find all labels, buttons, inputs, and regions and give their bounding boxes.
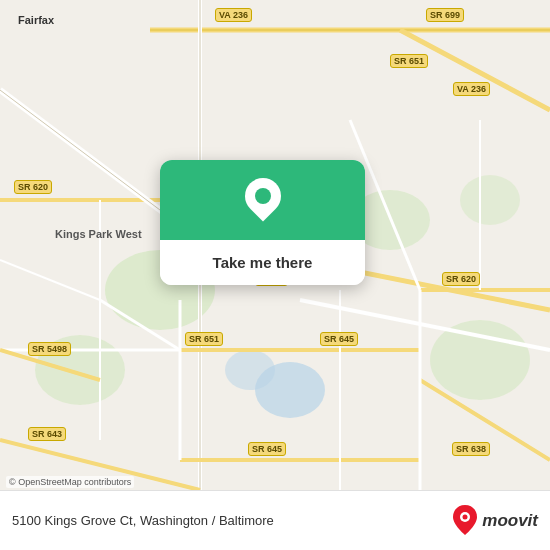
svg-point-4 — [430, 320, 530, 400]
road-label-sr645-bot: SR 645 — [248, 442, 286, 456]
cta-card: Take me there — [160, 160, 365, 285]
svg-point-7 — [460, 175, 520, 225]
take-me-there-button[interactable]: Take me there — [160, 240, 365, 285]
kings-park-west-label: Kings Park West — [55, 228, 142, 241]
svg-point-34 — [463, 514, 468, 519]
road-label-sr651-mid: SR 651 — [185, 332, 223, 346]
road-label-sr699: SR 699 — [426, 8, 464, 22]
road-label-sr643: SR 643 — [28, 427, 66, 441]
card-top — [160, 160, 365, 240]
fairfax-label: Fairfax — [18, 14, 54, 26]
road-label-va236-right: VA 236 — [453, 82, 490, 96]
map-container: VA 236 SR 699 SR 651 VA 236 SR 620 SR 62… — [0, 0, 550, 550]
copyright-text: © OpenStreetMap contributors — [6, 476, 134, 488]
moovit-logo-icon — [450, 505, 480, 537]
road-label-sr651-top: SR 651 — [390, 54, 428, 68]
pin-icon — [245, 178, 281, 222]
road-label-sr5498: SR 5498 — [28, 342, 71, 356]
pin-body — [237, 171, 288, 222]
road-label-sr620-right: SR 620 — [442, 272, 480, 286]
moovit-text: moovit — [482, 511, 538, 531]
bottom-bar: 5100 Kings Grove Ct, Washington / Baltim… — [0, 490, 550, 550]
road-label-sr638: SR 638 — [452, 442, 490, 456]
moovit-logo: moovit — [450, 505, 538, 537]
road-label-sr620-left: SR 620 — [14, 180, 52, 194]
svg-point-6 — [225, 350, 275, 390]
road-label-va236-top: VA 236 — [215, 8, 252, 22]
road-label-sr645-mid: SR 645 — [320, 332, 358, 346]
address-text: 5100 Kings Grove Ct, Washington / Baltim… — [12, 513, 450, 528]
